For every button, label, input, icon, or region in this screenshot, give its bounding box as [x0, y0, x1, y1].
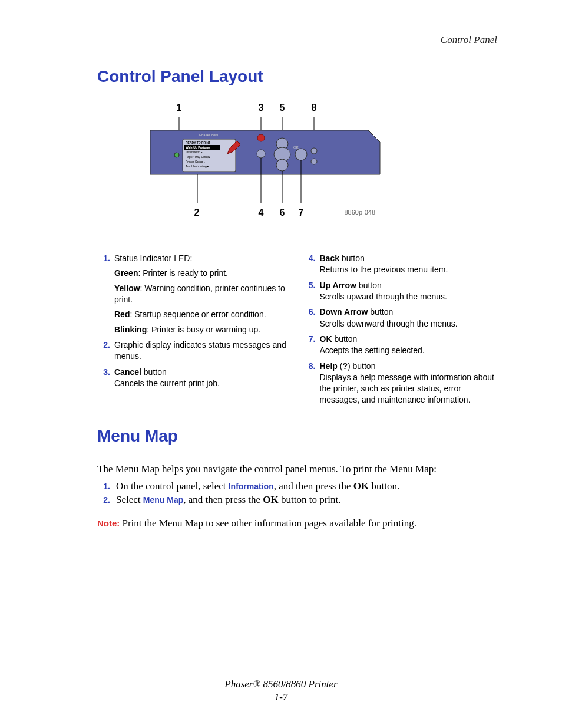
item-6: 6. Down Arrow button Scrolls downward th… — [303, 307, 498, 330]
callout-6: 6 — [280, 207, 285, 218]
led-blink-label: Blinking — [114, 325, 147, 334]
ok-desc: Accepts the setting selected. — [320, 345, 498, 356]
item-5: 5. Up Arrow button Scrolls upward throug… — [303, 280, 498, 303]
callout-4: 4 — [259, 207, 264, 218]
screen-trouble: Troubleshooting ▸ — [186, 164, 209, 168]
cancel-label: Cancel — [114, 367, 141, 377]
callout-7: 7 — [299, 207, 304, 218]
cancel-desc: Cancels the current print job. — [114, 378, 292, 389]
down-arrow-desc: Scrolls downward through the menus. — [320, 318, 498, 330]
item-4: 4. Back button Returns to the previous m… — [303, 253, 498, 276]
note-label: Note: — [97, 518, 123, 528]
callout-5: 5 — [280, 103, 285, 113]
footer-product: Phaser® 8560/8860 Printer — [224, 678, 337, 690]
document-page: Control Panel Control Panel Layout 1 3 5… — [0, 0, 562, 559]
printer-panel-illustration: Phaser 8860 READY TO PRINT Walk-Up Featu… — [144, 116, 451, 204]
menu-map-section: Menu Map The Menu Map helps you navigate… — [97, 427, 497, 531]
help-desc: Displays a help message with information… — [320, 372, 498, 406]
svg-point-15 — [311, 159, 317, 164]
screen-tray: Paper Tray Setup ▸ — [186, 155, 211, 159]
callout-1: 1 — [177, 103, 182, 113]
running-header: Control Panel — [97, 34, 497, 46]
item-7: 7. OK button Accepts the setting selecte… — [303, 334, 498, 357]
item-2: 2. Graphic display indicates status mess… — [97, 340, 292, 363]
section-title-menu-map: Menu Map — [97, 427, 497, 446]
ok-button-label: OK — [293, 146, 299, 149]
diagram-bottom-labels: 2 4 6 7 8860p-048 — [144, 207, 451, 220]
control-panel-diagram: 1 3 5 8 Phaser 8860 READY TO PRINT Walk-… — [144, 103, 451, 220]
led-green-label: Green — [114, 268, 138, 278]
callout-8: 8 — [312, 103, 317, 113]
led-blink-text: : Printer is busy or warming up. — [147, 325, 260, 334]
item-1: 1. Status Indicator LED: Green: Printer … — [97, 253, 292, 335]
up-arrow-desc: Scrolls upward through the menus. — [320, 291, 498, 302]
led-red-label: Red — [114, 309, 130, 319]
callout-descriptions: 1. Status Indicator LED: Green: Printer … — [97, 253, 497, 410]
screen-info: Information ▸ — [186, 150, 203, 154]
item-2-text: Graphic display indicates status message… — [114, 340, 292, 363]
led-green-text: : Printer is ready to print. — [138, 268, 228, 278]
screen-walkup: Walk-Up Features — [186, 146, 210, 149]
menu-map-intro: The Menu Map helps you navigate the cont… — [97, 462, 497, 476]
section-title-control-panel-layout: Control Panel Layout — [97, 67, 497, 86]
page-footer: Phaser® 8560/8860 Printer 1-7 — [0, 678, 562, 703]
panel-model-label: Phaser 8860 — [199, 133, 219, 137]
callout-3: 3 — [259, 103, 264, 113]
svg-point-6 — [174, 153, 179, 157]
callout-2: 2 — [194, 207, 200, 218]
diagram-top-labels: 1 3 5 8 — [144, 103, 451, 116]
callout-col-left: 1. Status Indicator LED: Green: Printer … — [97, 253, 292, 410]
screen-ready: READY TO PRINT — [186, 141, 210, 144]
callout-col-right: 4. Back button Returns to the previous m… — [303, 253, 498, 410]
ok-label: OK — [320, 334, 332, 344]
figure-reference: 8860p-048 — [345, 209, 376, 216]
up-arrow-label: Up Arrow — [320, 281, 356, 290]
help-label: Help — [320, 361, 338, 371]
back-desc: Returns to the previous menu item. — [320, 264, 498, 275]
link-menu-map[interactable]: Menu Map — [143, 495, 183, 505]
note-text: Print the Menu Map to see other informat… — [123, 518, 416, 529]
svg-point-14 — [311, 148, 317, 154]
item-8: 8. Help (?) button Displays a help messa… — [303, 361, 498, 406]
led-yellow-label: Yellow — [114, 284, 140, 293]
menu-map-step-2: 2. Select Menu Map, and then press the O… — [97, 494, 497, 506]
menu-map-note: Note: Print the Menu Map to see other in… — [97, 516, 497, 530]
led-yellow-text: : Warning condition, printer continues t… — [114, 284, 285, 304]
svg-point-10 — [257, 150, 265, 158]
svg-point-8 — [257, 134, 265, 141]
item-3: 3. Cancel button Cancels the current pri… — [97, 367, 292, 390]
led-red-text: : Startup sequence or error condition. — [130, 309, 266, 319]
footer-page-number: 1-7 — [0, 691, 562, 703]
svg-point-12 — [276, 159, 288, 171]
down-arrow-label: Down Arrow — [320, 307, 368, 317]
item-1-title: Status Indicator LED: — [114, 253, 292, 264]
menu-map-step-1: 1. On the control panel, select Informat… — [97, 480, 497, 492]
svg-point-13 — [295, 149, 307, 160]
back-label: Back — [320, 253, 339, 263]
screen-printer: Printer Setup ▸ — [186, 160, 206, 163]
link-information[interactable]: Information — [229, 482, 274, 491]
